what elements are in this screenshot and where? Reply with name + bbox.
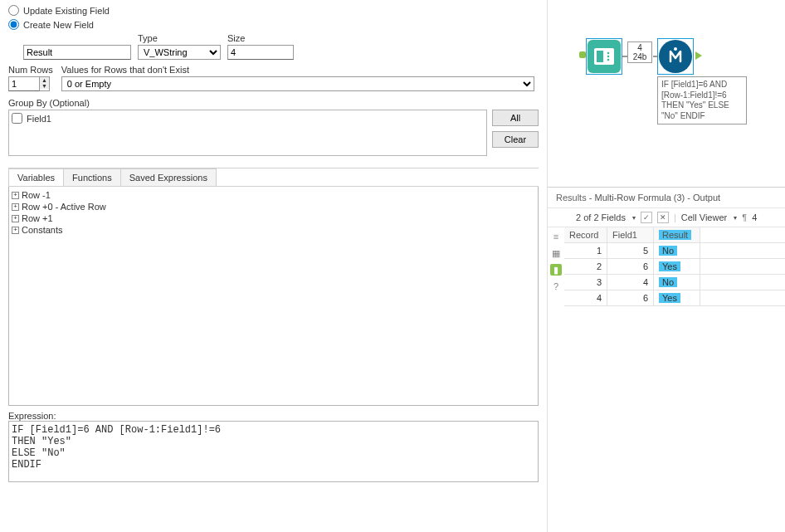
expand-icon[interactable]: +: [12, 203, 19, 211]
workflow-canvas[interactable]: 4 24b IF [Field1]=6 AND [Row-1:Field1]!=…: [548, 0, 785, 187]
groupby-list[interactable]: Field1: [8, 110, 487, 156]
numrows-down-icon[interactable]: ▼: [40, 83, 49, 89]
list-view-icon[interactable]: ≡: [550, 231, 562, 242]
numrows-label: Num Rows: [8, 65, 53, 75]
type-label: Type: [138, 33, 221, 43]
results-title: Results: [556, 193, 587, 203]
values-label: Values for Rows that don't Exist: [61, 65, 539, 75]
clear-button[interactable]: Clear: [492, 131, 539, 148]
svg-point-2: [607, 52, 610, 55]
col-record[interactable]: Record: [564, 227, 607, 242]
groupby-label: Group By (Optional): [8, 98, 539, 108]
record-count: 4: [752, 212, 757, 222]
col-field1[interactable]: Field1: [607, 227, 654, 242]
update-field-label: Update Existing Field: [23, 6, 110, 16]
tree-item[interactable]: +Row -1: [12, 189, 535, 201]
values-select[interactable]: 0 or Empty: [61, 76, 534, 91]
svg-point-5: [674, 47, 677, 51]
chevron-down-icon[interactable]: ▾: [734, 214, 737, 222]
numrows-input[interactable]: [8, 76, 40, 91]
all-button[interactable]: All: [492, 110, 539, 126]
groupby-checkbox[interactable]: [12, 113, 22, 124]
col-result[interactable]: Result: [654, 227, 700, 242]
groupby-item-label: Field1: [27, 114, 51, 124]
create-field-label: Create New Field: [23, 20, 94, 30]
results-header: Results - Multi-Row Formula (3) - Output: [548, 187, 785, 207]
multi-row-formula-tool-icon[interactable]: [659, 40, 692, 73]
table-row[interactable]: 3 4 No: [564, 275, 785, 290]
data-view-icon[interactable]: ▮: [550, 264, 562, 276]
svg-rect-1: [597, 51, 603, 62]
expand-icon[interactable]: +: [12, 215, 19, 222]
size-label: Size: [227, 33, 294, 43]
svg-point-4: [607, 59, 610, 61]
fields-count-label: 2 of 2 Fields: [576, 212, 626, 222]
remove-icon[interactable]: ✕: [657, 212, 669, 223]
field-name-input[interactable]: [23, 45, 131, 60]
expression-label: Expression:: [8, 411, 539, 421]
type-select[interactable]: V_WString: [138, 45, 221, 60]
output-anchor-icon[interactable]: [695, 51, 702, 60]
results-table: Record Field1 Result 1 5 No 2 6 Yes 3 4 …: [564, 227, 785, 306]
table-row[interactable]: 4 6 Yes: [564, 290, 785, 306]
connector-line: [653, 56, 658, 57]
connector-line: [622, 56, 627, 57]
expression-editor[interactable]: IF [Field1]=6 AND [Row-1:Field1]!=6 THEN…: [8, 421, 539, 482]
groupby-item[interactable]: Field1: [12, 113, 484, 124]
field-name-label: [23, 33, 131, 43]
numrows-up-icon[interactable]: ▲: [40, 77, 49, 83]
paragraph-icon[interactable]: ¶: [742, 212, 747, 222]
map-view-icon[interactable]: ▦: [550, 247, 562, 259]
create-field-radio[interactable]: [8, 19, 19, 30]
connector-label: 4 24b: [627, 41, 652, 63]
tab-variables[interactable]: Variables: [8, 168, 64, 186]
tab-saved-expressions[interactable]: Saved Expressions: [120, 168, 217, 186]
tree-item[interactable]: +Constants: [12, 224, 535, 236]
table-row[interactable]: 1 5 No: [564, 243, 785, 259]
tool-annotation: IF [Field1]=6 AND [Row-1:Field1]!=6 THEN…: [657, 76, 747, 124]
update-field-radio[interactable]: [8, 5, 19, 16]
variables-tree[interactable]: +Row -1 +Row +0 - Active Row +Row +1 +Co…: [8, 187, 539, 406]
results-toolbar: 2 of 2 Fields ▾ ✓ ✕ | Cell Viewer ▾ ¶ 4: [548, 207, 785, 227]
tree-item[interactable]: +Row +1: [12, 212, 535, 224]
input-anchor-icon[interactable]: [579, 51, 586, 58]
tab-functions[interactable]: Functions: [63, 168, 121, 186]
size-input[interactable]: [227, 45, 294, 60]
expand-icon[interactable]: +: [12, 192, 19, 199]
svg-point-3: [607, 56, 610, 58]
chevron-down-icon[interactable]: ▾: [632, 214, 636, 222]
check-icon[interactable]: ✓: [641, 212, 652, 223]
cell-viewer-label: Cell Viewer: [681, 212, 727, 222]
tree-item[interactable]: +Row +0 - Active Row: [12, 201, 535, 212]
text-input-tool-icon[interactable]: [588, 40, 621, 73]
table-row[interactable]: 2 6 Yes: [564, 259, 785, 275]
expand-icon[interactable]: +: [12, 227, 19, 234]
table-header-row: Record Field1 Result: [564, 227, 785, 243]
help-icon[interactable]: ?: [550, 281, 562, 292]
